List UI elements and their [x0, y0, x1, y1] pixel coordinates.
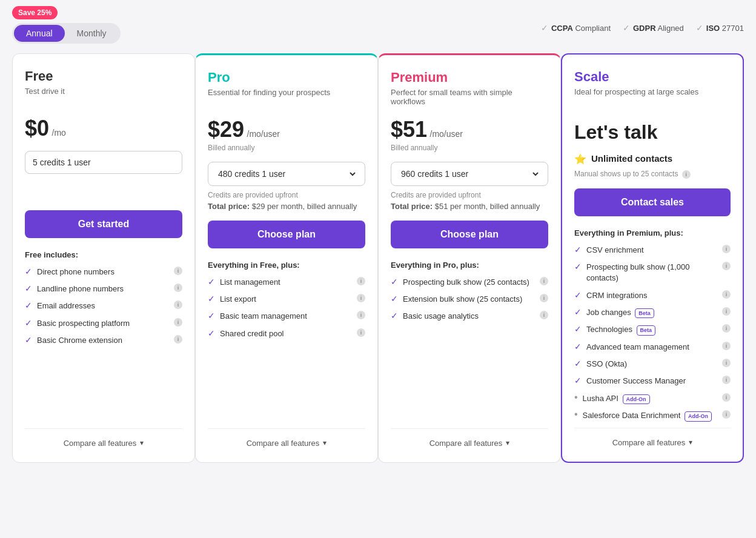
free-price-period: /mo [52, 128, 66, 138]
pro-plan-price: $29 /mo/user Billed annually [208, 117, 365, 152]
list-item: ✓ Basic prospecting platform i [25, 318, 182, 329]
premium-plan-price: $51 /mo/user Billed annually [391, 117, 548, 152]
beta-badge: Beta [637, 325, 656, 336]
info-icon[interactable]: i [722, 410, 731, 419]
list-item: ✓ List management i [208, 277, 365, 288]
pro-plan-name: Pro [208, 70, 365, 85]
list-item: ✓ Landline phone numbers i [25, 284, 182, 294]
free-credits: 5 credits 1 user [25, 151, 182, 174]
info-icon[interactable]: i [722, 359, 731, 367]
list-item: ✓ Basic usage analytics i [391, 311, 548, 322]
premium-plan-card: Premium Perfect for small teams with sim… [378, 53, 561, 463]
list-item: ✓ Customer Success Manager i [574, 376, 731, 387]
info-icon[interactable]: i [357, 311, 365, 319]
info-icon[interactable]: i [357, 294, 365, 302]
gdpr-badge: ✓ GDPR Aligned [623, 23, 684, 33]
info-icon[interactable]: i [540, 311, 548, 319]
annual-toggle[interactable]: Annual [14, 25, 65, 42]
free-plan-price: $0 /mo [25, 116, 182, 141]
free-price-amount: $0 [25, 116, 49, 141]
check-icon: ✓ [574, 307, 582, 317]
pro-plan-card: Pro Essential for finding your prospects… [195, 53, 378, 463]
info-icon[interactable]: i [174, 335, 182, 344]
info-icon[interactable]: i [722, 376, 731, 384]
scale-cta-button[interactable]: Contact sales [574, 188, 731, 216]
gdpr-icon: ✓ [623, 23, 630, 33]
check-icon: ✓ [25, 301, 32, 310]
premium-billed-note: Billed annually [391, 144, 548, 152]
premium-compare-link[interactable]: Compare all features ▾ [391, 428, 548, 448]
info-icon[interactable]: i [722, 245, 731, 253]
iso-icon: ✓ [696, 23, 703, 33]
star-icon: ⭐ [574, 153, 586, 165]
list-item: • Lusha API Add-On i [574, 393, 731, 405]
list-item: ✓ Advanced team management i [574, 342, 731, 353]
premium-price-amount: $51 [391, 117, 427, 142]
addon-badge: Add-On [685, 411, 712, 422]
list-item: ✓ Basic Chrome extension i [25, 335, 182, 346]
addon-badge: Add-On [623, 394, 650, 405]
list-item: ✓ CSV enrichment i [574, 245, 731, 256]
info-icon[interactable]: i [174, 318, 182, 327]
check-icon: ✓ [574, 342, 582, 351]
info-icon[interactable]: i [357, 328, 365, 337]
check-icon: ✓ [574, 359, 582, 368]
list-item: ✓ Direct phone numbers i [25, 267, 182, 277]
info-icon[interactable]: i [722, 262, 731, 270]
pro-credits-selector[interactable]: 480 credits 1 user 960 credits 2 users 1… [208, 162, 365, 186]
premium-cta-button[interactable]: Choose plan [391, 221, 548, 248]
info-icon[interactable]: i [174, 284, 182, 292]
list-item: ✓ Prospecting bulk show (25 contacts) i [391, 277, 548, 288]
scale-compare-link[interactable]: Compare all features ▾ [574, 428, 731, 447]
check-icon: ✓ [25, 335, 32, 345]
premium-credits-select[interactable]: 960 credits 1 user 1920 credits 2 users … [399, 168, 540, 179]
list-item: ✓ Shared credit pool i [208, 328, 365, 339]
billing-toggle: Annual Monthly [12, 23, 121, 44]
list-item: ✓ SSO (Okta) i [574, 359, 731, 370]
info-icon[interactable]: i [722, 324, 731, 333]
check-icon: ✓ [574, 376, 582, 385]
free-compare-link[interactable]: Compare all features ▾ [25, 428, 182, 448]
info-icon[interactable]: i [357, 277, 365, 285]
chevron-down-icon: ▾ [323, 439, 327, 447]
monthly-toggle[interactable]: Monthly [65, 25, 119, 42]
pro-compare-link[interactable]: Compare all features ▾ [208, 428, 365, 448]
check-icon: ✓ [391, 277, 398, 287]
free-cta-button[interactable]: Get started [25, 210, 182, 238]
free-plan-name: Free [25, 68, 182, 84]
list-item: ✓ CRM integrations i [574, 290, 731, 301]
check-icon: ✓ [574, 245, 582, 254]
premium-features-title: Everything in Pro, plus: [391, 261, 548, 270]
premium-credits-selector[interactable]: 960 credits 1 user 1920 credits 2 users … [391, 162, 548, 186]
check-icon: ✓ [574, 262, 582, 271]
info-icon[interactable]: i [540, 294, 548, 302]
info-icon[interactable]: i [722, 307, 731, 316]
pro-credits-provided: Credits are provided upfront [208, 191, 365, 199]
info-icon[interactable]: i [174, 267, 182, 275]
chevron-down-icon: ▾ [689, 438, 692, 447]
info-icon[interactable]: i [722, 290, 731, 299]
list-item: • Salesforce Data Enrichment Add-On i [574, 410, 731, 422]
plans-grid: Free Test drive it $0 /mo 5 credits 1 us… [12, 53, 744, 463]
info-icon[interactable]: i [722, 393, 731, 402]
pro-credits-select[interactable]: 480 credits 1 user 960 credits 2 users 1… [216, 168, 357, 179]
info-icon[interactable]: i [540, 277, 548, 285]
unlimited-contacts-row: ⭐ Unlimited contacts [574, 153, 731, 165]
info-icon[interactable]: i [682, 170, 691, 179]
save-badge: Save 25% [12, 6, 58, 19]
pro-cta-button[interactable]: Choose plan [208, 221, 365, 248]
info-icon[interactable]: i [722, 342, 731, 350]
list-item: ✓ Basic team management i [208, 311, 365, 322]
scale-features-title: Everything in Premium, plus: [574, 228, 731, 237]
check-icon: ✓ [208, 328, 215, 338]
free-plan-tagline: Test drive it [25, 87, 182, 106]
check-icon: ✓ [208, 277, 215, 287]
pro-total-price: Total price: $29 per month, billed annua… [208, 202, 365, 211]
premium-total-price: Total price: $51 per month, billed annua… [391, 202, 548, 211]
check-icon: ✓ [391, 294, 398, 304]
scale-lets-talk: Let's talk [574, 121, 731, 144]
list-item: ✓ Email addresses i [25, 301, 182, 311]
info-icon[interactable]: i [174, 301, 182, 309]
premium-price-period: /mo/user [430, 129, 463, 139]
pro-price-amount: $29 [208, 117, 244, 142]
